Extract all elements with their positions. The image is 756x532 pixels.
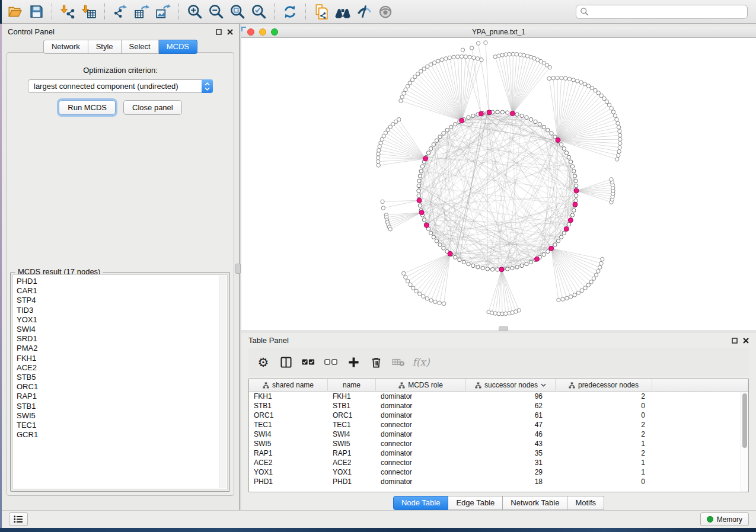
main-toolbar: [2, 0, 756, 24]
column-header-name[interactable]: name: [328, 379, 376, 392]
columns-icon: [280, 357, 292, 368]
table-row[interactable]: ORC1ORC1dominator610: [249, 411, 748, 420]
mcds-result-item: SWI5: [17, 411, 227, 421]
table-scrollbar[interactable]: [741, 392, 748, 492]
toolbar-search: [576, 5, 748, 19]
column-header-predecessor-nodes[interactable]: predecessor nodes: [556, 379, 652, 392]
table-row[interactable]: YOX1YOX1connector291: [249, 467, 748, 477]
close-panel-button[interactable]: [227, 29, 233, 35]
table-row[interactable]: TEC1TEC1connector472: [249, 420, 748, 430]
zoom-fit-button[interactable]: [227, 2, 248, 22]
tab-node-table[interactable]: Node Table: [393, 496, 449, 510]
table-row[interactable]: RAP1RAP1dominator352: [249, 448, 748, 458]
export-network-button[interactable]: [110, 2, 131, 22]
node-table: shared name name MCDS role successor nod…: [248, 379, 749, 492]
table-panel-title: Table Panel: [248, 336, 289, 345]
toolbar-separator: [52, 4, 52, 20]
column-header-successor-nodes[interactable]: successor nodes: [466, 379, 556, 392]
show-eye-button[interactable]: [375, 2, 396, 22]
zoom-fit-icon: [229, 4, 245, 20]
toolbar-separator: [274, 4, 275, 20]
float-panel-button[interactable]: [216, 29, 222, 35]
column-header-shared-name[interactable]: shared name: [249, 379, 328, 392]
search-icon: [580, 7, 589, 16]
import-network-button[interactable]: [57, 2, 78, 22]
open-file-button[interactable]: [4, 2, 25, 22]
tab-motifs[interactable]: Motifs: [567, 496, 604, 510]
memory-button[interactable]: Memory: [700, 512, 749, 526]
network-canvas[interactable]: [241, 38, 756, 330]
zoom-out-button[interactable]: [205, 2, 227, 22]
mcds-result-item: FKH1: [17, 354, 227, 363]
create-column-button[interactable]: [343, 351, 363, 373]
criterion-dropdown[interactable]: largest connected component (undirected): [28, 79, 213, 93]
delete-table-button[interactable]: [388, 351, 409, 373]
network-window-titlebar[interactable]: YPA_prune.txt_1: [241, 27, 756, 38]
unselect-all-columns-button[interactable]: [321, 351, 341, 373]
horizontal-splitter[interactable]: [241, 330, 756, 333]
tab-select[interactable]: Select: [122, 40, 159, 54]
import-table-button[interactable]: [78, 2, 100, 22]
attribute-icon: [475, 382, 481, 389]
splitter-grip[interactable]: [499, 326, 508, 331]
toolbar-separator: [305, 4, 306, 20]
table-row[interactable]: ACE2ACE2connector311: [249, 458, 748, 467]
task-list-icon: [14, 515, 23, 523]
network-window-title: YPA_prune.txt_1: [241, 28, 756, 36]
run-mcds-button[interactable]: Run MCDS: [59, 100, 116, 115]
float-table-panel-button[interactable]: [732, 338, 738, 344]
eye-icon: [378, 4, 393, 20]
table-row[interactable]: PHD1PHD1dominator180: [249, 477, 748, 486]
select-all-columns-button[interactable]: [298, 351, 318, 373]
share-document-button[interactable]: [311, 2, 332, 22]
tab-network[interactable]: Network: [43, 40, 88, 54]
show-columns-button[interactable]: [276, 351, 296, 373]
scrollbar-thumb[interactable]: [742, 393, 747, 448]
zoom-in-button[interactable]: [184, 2, 205, 22]
mcds-result-item: CAR1: [17, 286, 227, 296]
search-input[interactable]: [589, 7, 744, 17]
tab-mcds[interactable]: MCDS: [159, 40, 197, 54]
zoom-selected-button[interactable]: [248, 2, 269, 22]
save-floppy-icon: [29, 4, 44, 19]
attribute-icon: [569, 382, 575, 389]
sort-descending-icon: [541, 383, 546, 387]
unchecked-boxes-icon: [324, 358, 337, 366]
table-row[interactable]: STB1STB1dominator620: [249, 401, 748, 411]
column-header-mcds-role[interactable]: MCDS role: [376, 379, 466, 392]
save-session-button[interactable]: [25, 2, 47, 22]
close-panel-action-button[interactable]: Close panel: [123, 100, 182, 115]
close-table-panel-button[interactable]: [743, 338, 749, 344]
export-table-button[interactable]: [131, 2, 152, 22]
task-history-button[interactable]: [9, 512, 28, 526]
tab-style[interactable]: Style: [88, 40, 122, 54]
share-document-icon: [314, 4, 329, 20]
mcds-list-scrollbar[interactable]: [219, 275, 227, 488]
search-network-button[interactable]: [332, 2, 353, 22]
function-builder-button[interactable]: f(x): [411, 351, 431, 373]
tab-network-table[interactable]: Network Table: [503, 496, 567, 510]
toolbar-separator: [104, 4, 105, 20]
table-settings-button[interactable]: ⚙: [253, 351, 273, 373]
open-folder-icon: [7, 4, 23, 20]
tab-edge-table[interactable]: Edge Table: [448, 496, 503, 510]
mcds-result-item: YOX1: [17, 315, 227, 325]
table-toolbar: ⚙: [248, 348, 749, 376]
hide-details-button[interactable]: [353, 2, 375, 22]
splitter-grip[interactable]: [235, 264, 241, 274]
table-row[interactable]: SWI4SWI4dominator462: [249, 430, 748, 439]
zoom-in-icon: [187, 4, 203, 20]
table-row[interactable]: FKH1FKH1dominator962: [249, 392, 748, 401]
mcds-result-list[interactable]: PHD1 CAR1 STP4 TID3 YOX1 SWI4 SRD1 PMA2 …: [13, 275, 227, 440]
refresh-view-button[interactable]: [279, 2, 301, 22]
control-panel-title: Control Panel: [8, 27, 55, 36]
optimization-criterion-label: Optimization criterion:: [7, 66, 234, 75]
import-table-icon: [81, 4, 97, 20]
delete-table-icon: [392, 357, 405, 367]
export-image-button[interactable]: [152, 2, 174, 22]
table-row[interactable]: SWI5SWI5connector431: [249, 439, 748, 448]
memory-label: Memory: [717, 515, 742, 524]
table-panel: Table Panel: [241, 333, 756, 510]
delete-column-button[interactable]: [366, 351, 386, 373]
eye-slash-icon: [356, 4, 372, 20]
